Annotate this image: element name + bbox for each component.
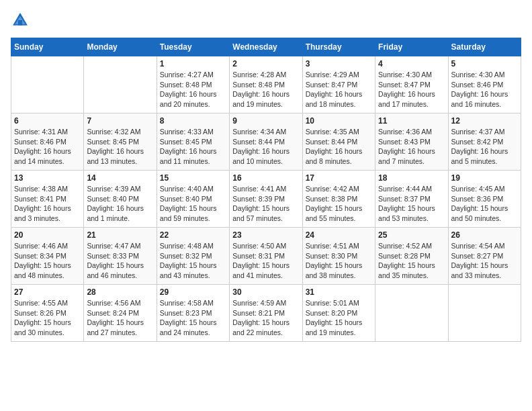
col-header-tuesday: Tuesday — [157, 38, 229, 56]
calendar-cell: 6Sunrise: 4:31 AM Sunset: 8:46 PM Daylig… — [11, 113, 84, 171]
calendar-cell: 13Sunrise: 4:38 AM Sunset: 8:41 PM Dayli… — [11, 171, 84, 228]
calendar-cell: 7Sunrise: 4:32 AM Sunset: 8:45 PM Daylig… — [84, 113, 157, 171]
day-number: 30 — [232, 287, 299, 297]
calendar-cell: 29Sunrise: 4:58 AM Sunset: 8:23 PM Dayli… — [157, 285, 229, 342]
day-number: 7 — [87, 116, 153, 126]
col-header-thursday: Thursday — [302, 38, 375, 56]
calendar-cell: 3Sunrise: 4:29 AM Sunset: 8:47 PM Daylig… — [302, 56, 375, 113]
day-info: Sunrise: 4:55 AM Sunset: 8:26 PM Dayligh… — [14, 298, 81, 338]
calendar-cell: 31Sunrise: 5:01 AM Sunset: 8:20 PM Dayli… — [302, 285, 375, 342]
day-number: 1 — [160, 59, 226, 68]
day-info: Sunrise: 4:52 AM Sunset: 8:28 PM Dayligh… — [378, 241, 445, 281]
calendar-cell: 16Sunrise: 4:41 AM Sunset: 8:39 PM Dayli… — [230, 171, 302, 228]
day-info: Sunrise: 4:30 AM Sunset: 8:46 PM Dayligh… — [451, 70, 518, 109]
day-number: 24 — [306, 230, 372, 240]
day-info: Sunrise: 4:30 AM Sunset: 8:47 PM Dayligh… — [378, 70, 445, 109]
day-number: 15 — [160, 173, 226, 183]
col-header-friday: Friday — [375, 38, 448, 56]
day-number: 16 — [232, 173, 299, 183]
day-number: 19 — [451, 173, 518, 183]
day-info: Sunrise: 4:41 AM Sunset: 8:39 PM Dayligh… — [232, 184, 299, 224]
day-number: 27 — [14, 287, 81, 297]
calendar-cell: 14Sunrise: 4:39 AM Sunset: 8:40 PM Dayli… — [84, 171, 157, 228]
col-header-wednesday: Wednesday — [230, 38, 302, 56]
svg-rect-2 — [18, 20, 22, 26]
day-info: Sunrise: 4:56 AM Sunset: 8:24 PM Dayligh… — [87, 298, 153, 338]
calendar-cell — [375, 285, 448, 342]
calendar-cell — [84, 56, 157, 113]
calendar-cell: 2Sunrise: 4:28 AM Sunset: 8:48 PM Daylig… — [230, 56, 302, 113]
day-info: Sunrise: 4:58 AM Sunset: 8:23 PM Dayligh… — [160, 298, 226, 338]
calendar-cell: 9Sunrise: 4:34 AM Sunset: 8:44 PM Daylig… — [230, 113, 302, 171]
day-number: 23 — [232, 230, 299, 240]
day-info: Sunrise: 4:46 AM Sunset: 8:34 PM Dayligh… — [14, 241, 81, 281]
day-info: Sunrise: 4:35 AM Sunset: 8:44 PM Dayligh… — [306, 127, 372, 167]
calendar-table: SundayMondayTuesdayWednesdayThursdayFrid… — [11, 38, 521, 342]
calendar-cell: 20Sunrise: 4:46 AM Sunset: 8:34 PM Dayli… — [11, 228, 84, 285]
day-number: 11 — [378, 116, 445, 126]
day-number: 10 — [306, 116, 372, 126]
day-number: 22 — [160, 230, 226, 240]
calendar-cell: 25Sunrise: 4:52 AM Sunset: 8:28 PM Dayli… — [375, 228, 448, 285]
week-row-3: 13Sunrise: 4:38 AM Sunset: 8:41 PM Dayli… — [11, 171, 521, 228]
calendar-cell: 10Sunrise: 4:35 AM Sunset: 8:44 PM Dayli… — [302, 113, 375, 171]
calendar-cell — [448, 285, 521, 342]
day-number: 14 — [87, 173, 153, 183]
day-number: 12 — [451, 116, 518, 126]
logo-icon — [11, 11, 30, 30]
page-header — [11, 11, 521, 30]
day-number: 21 — [87, 230, 153, 240]
day-info: Sunrise: 5:01 AM Sunset: 8:20 PM Dayligh… — [306, 298, 372, 338]
day-number: 6 — [14, 116, 81, 126]
day-info: Sunrise: 4:29 AM Sunset: 8:47 PM Dayligh… — [306, 70, 372, 109]
calendar-cell: 22Sunrise: 4:48 AM Sunset: 8:32 PM Dayli… — [157, 228, 229, 285]
col-header-monday: Monday — [84, 38, 157, 56]
calendar-cell: 5Sunrise: 4:30 AM Sunset: 8:46 PM Daylig… — [448, 56, 521, 113]
day-number: 3 — [306, 59, 372, 68]
calendar-cell: 23Sunrise: 4:50 AM Sunset: 8:31 PM Dayli… — [230, 228, 302, 285]
calendar-cell — [11, 56, 84, 113]
calendar-cell: 12Sunrise: 4:37 AM Sunset: 8:42 PM Dayli… — [448, 113, 521, 171]
day-info: Sunrise: 4:34 AM Sunset: 8:44 PM Dayligh… — [232, 127, 299, 167]
calendar-cell: 18Sunrise: 4:44 AM Sunset: 8:37 PM Dayli… — [375, 171, 448, 228]
calendar-cell: 8Sunrise: 4:33 AM Sunset: 8:45 PM Daylig… — [157, 113, 229, 171]
day-info: Sunrise: 4:32 AM Sunset: 8:45 PM Dayligh… — [87, 127, 153, 167]
calendar-cell: 28Sunrise: 4:56 AM Sunset: 8:24 PM Dayli… — [84, 285, 157, 342]
day-number: 4 — [378, 59, 445, 68]
day-info: Sunrise: 4:45 AM Sunset: 8:36 PM Dayligh… — [451, 184, 518, 224]
day-info: Sunrise: 4:51 AM Sunset: 8:30 PM Dayligh… — [306, 241, 372, 281]
day-number: 17 — [306, 173, 372, 183]
week-row-4: 20Sunrise: 4:46 AM Sunset: 8:34 PM Dayli… — [11, 228, 521, 285]
calendar-cell: 27Sunrise: 4:55 AM Sunset: 8:26 PM Dayli… — [11, 285, 84, 342]
day-info: Sunrise: 4:39 AM Sunset: 8:40 PM Dayligh… — [87, 184, 153, 224]
day-number: 8 — [160, 116, 226, 126]
col-header-saturday: Saturday — [448, 38, 521, 56]
calendar-cell: 4Sunrise: 4:30 AM Sunset: 8:47 PM Daylig… — [375, 56, 448, 113]
calendar-cell: 30Sunrise: 4:59 AM Sunset: 8:21 PM Dayli… — [230, 285, 302, 342]
day-info: Sunrise: 4:27 AM Sunset: 8:48 PM Dayligh… — [160, 70, 226, 109]
col-header-sunday: Sunday — [11, 38, 84, 56]
day-number: 31 — [306, 287, 372, 297]
day-info: Sunrise: 4:38 AM Sunset: 8:41 PM Dayligh… — [14, 184, 81, 224]
day-info: Sunrise: 4:48 AM Sunset: 8:32 PM Dayligh… — [160, 241, 226, 281]
calendar-cell: 26Sunrise: 4:54 AM Sunset: 8:27 PM Dayli… — [448, 228, 521, 285]
week-row-5: 27Sunrise: 4:55 AM Sunset: 8:26 PM Dayli… — [11, 285, 521, 342]
day-number: 5 — [451, 59, 518, 68]
day-number: 9 — [232, 116, 299, 126]
calendar-cell: 11Sunrise: 4:36 AM Sunset: 8:43 PM Dayli… — [375, 113, 448, 171]
day-info: Sunrise: 4:31 AM Sunset: 8:46 PM Dayligh… — [14, 127, 81, 167]
day-info: Sunrise: 4:37 AM Sunset: 8:42 PM Dayligh… — [451, 127, 518, 167]
day-number: 25 — [378, 230, 445, 240]
calendar-cell: 19Sunrise: 4:45 AM Sunset: 8:36 PM Dayli… — [448, 171, 521, 228]
day-number: 20 — [14, 230, 81, 240]
day-number: 2 — [232, 59, 299, 68]
day-info: Sunrise: 4:28 AM Sunset: 8:48 PM Dayligh… — [232, 70, 299, 109]
day-number: 29 — [160, 287, 226, 297]
day-info: Sunrise: 4:42 AM Sunset: 8:38 PM Dayligh… — [306, 184, 372, 224]
week-row-2: 6Sunrise: 4:31 AM Sunset: 8:46 PM Daylig… — [11, 113, 521, 171]
calendar-cell: 17Sunrise: 4:42 AM Sunset: 8:38 PM Dayli… — [302, 171, 375, 228]
day-info: Sunrise: 4:54 AM Sunset: 8:27 PM Dayligh… — [451, 241, 518, 281]
header-row: SundayMondayTuesdayWednesdayThursdayFrid… — [11, 38, 521, 56]
calendar-cell: 1Sunrise: 4:27 AM Sunset: 8:48 PM Daylig… — [157, 56, 229, 113]
day-number: 26 — [451, 230, 518, 240]
